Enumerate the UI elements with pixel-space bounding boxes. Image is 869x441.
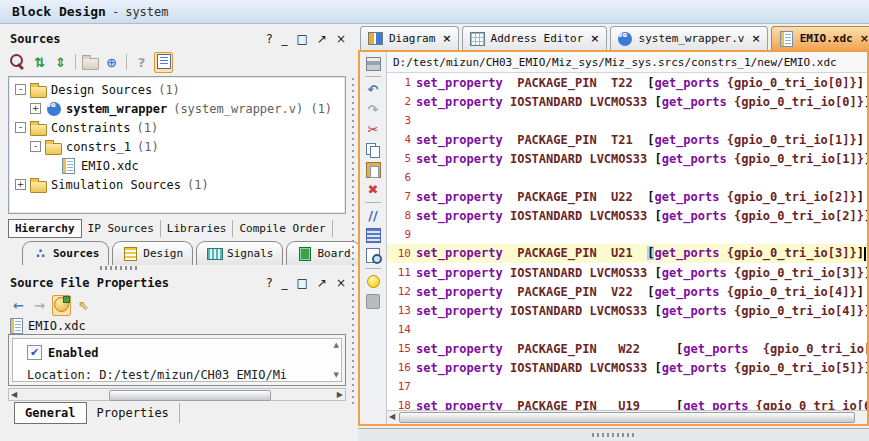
panel-tab-board[interactable]: Board: [286, 241, 360, 265]
paste-icon[interactable]: [365, 161, 382, 178]
tree-expander-icon[interactable]: +: [30, 103, 41, 114]
editor-tab-emio-xdc[interactable]: EMIO.xdc×: [771, 26, 869, 50]
panel-tab-design[interactable]: Design: [112, 241, 193, 265]
code-line[interactable]: 1set_property PACKAGE_PIN T22 [get_ports…: [387, 73, 867, 92]
copy-icon[interactable]: [365, 141, 382, 158]
properties-maximize-button[interactable]: □: [297, 277, 308, 289]
code-line[interactable]: 3: [387, 111, 867, 130]
code-line[interactable]: 7set_property PACKAGE_PIN U22 [get_ports…: [387, 187, 867, 206]
code-line[interactable]: 10set_property PACKAGE_PIN U21 [get_port…: [387, 244, 867, 263]
sources-maximize-button[interactable]: □: [297, 33, 308, 45]
edit-properties-button[interactable]: [52, 295, 71, 316]
close-icon[interactable]: ×: [590, 32, 599, 45]
code-line[interactable]: 9: [387, 225, 867, 244]
back-icon[interactable]: ←: [10, 297, 27, 314]
editor-tab-diagram[interactable]: Diagram×: [360, 26, 459, 50]
cut-icon[interactable]: ✂: [365, 121, 382, 138]
sources-help-button[interactable]: ?: [266, 33, 272, 45]
code-editor[interactable]: 1set_property PACKAGE_PIN T22 [get_ports…: [387, 73, 867, 410]
tree-expander-icon[interactable]: -: [30, 141, 41, 152]
undo-icon[interactable]: ↶: [365, 81, 382, 98]
code-line[interactable]: 15set_property PACKAGE_PIN W22 [get_port…: [387, 339, 867, 358]
forward-icon[interactable]: →: [31, 297, 48, 314]
properties-float-button[interactable]: ↗: [317, 277, 327, 289]
editor-tab-system-wrapper-v[interactable]: vesystem_wrapper.v×: [610, 26, 768, 50]
tree-expander-icon[interactable]: +: [15, 179, 26, 190]
properties-hscrollbar[interactable]: ◀ ▶: [8, 388, 346, 401]
lightbulb-icon[interactable]: [365, 273, 382, 290]
sources-close-button[interactable]: ×: [336, 33, 346, 45]
code-line[interactable]: 13set_property IOSTANDARD LVCMOS33 [get_…: [387, 301, 867, 320]
tree-item-emio-xdc[interactable]: EMIO.xdc: [9, 156, 345, 175]
close-icon[interactable]: ×: [860, 32, 869, 45]
find-replace-icon[interactable]: [365, 247, 382, 264]
replace-gray-icon[interactable]: [365, 293, 382, 310]
expand-all-icon[interactable]: ⇕: [52, 54, 69, 71]
scroll-thumb[interactable]: [399, 412, 855, 423]
tree-item-simulation-sources[interactable]: +Simulation Sources(1): [9, 175, 345, 194]
redo-icon[interactable]: ↷: [365, 101, 382, 118]
scroll-thumb[interactable]: [109, 390, 271, 401]
code-line[interactable]: 14: [387, 320, 867, 339]
properties-close-button[interactable]: ×: [336, 277, 346, 289]
scroll-left-icon[interactable]: ◀: [11, 390, 17, 400]
open-folder-icon[interactable]: [82, 54, 99, 71]
scroll-down-icon[interactable]: ▼: [334, 371, 339, 379]
scroll-left-icon[interactable]: ◀: [389, 412, 395, 422]
enabled-checkbox[interactable]: ✔: [27, 345, 42, 360]
code-line[interactable]: 11set_property IOSTANDARD LVCMOS33 [get_…: [387, 263, 867, 282]
view-tab-libraries[interactable]: Libraries: [161, 220, 234, 237]
collapse-all-icon[interactable]: ⇅: [31, 54, 48, 71]
comment-icon[interactable]: //: [365, 207, 382, 224]
view-tab-hierarchy[interactable]: Hierarchy: [8, 219, 82, 238]
code-line[interactable]: 17: [387, 377, 867, 396]
tree-item-constraints[interactable]: -Constraints(1): [9, 118, 345, 137]
close-icon[interactable]: ×: [442, 32, 451, 45]
sources-minimize-button[interactable]: _: [282, 33, 288, 45]
editor-tab-address-editor[interactable]: Address Editor×: [462, 26, 607, 50]
editor-hscrollbar[interactable]: ◀: [387, 410, 867, 424]
code-line[interactable]: 16set_property IOSTANDARD LVCMOS33 [get_…: [387, 358, 867, 377]
code-line[interactable]: 5set_property IOSTANDARD LVCMOS33 [get_p…: [387, 149, 867, 168]
code-line[interactable]: 2set_property IOSTANDARD LVCMOS33 [get_p…: [387, 92, 867, 111]
view-tab-ip-sources[interactable]: IP Sources: [82, 220, 161, 237]
scroll-to-icon[interactable]: [155, 53, 172, 70]
tree-item-system-wrapper[interactable]: +vesystem_wrapper(system_wrapper.v) (1): [9, 99, 345, 118]
tree-expander-icon[interactable]: -: [15, 84, 26, 95]
code-line[interactable]: 8set_property IOSTANDARD LVCMOS33 [get_p…: [387, 206, 867, 225]
panel-tab-sources[interactable]: ∴Sources: [22, 241, 109, 265]
properties-tab-general[interactable]: General: [14, 402, 87, 424]
bottom-splitter-handle[interactable]: [592, 433, 636, 437]
properties-tab-properties[interactable]: Properties: [87, 403, 180, 423]
help-icon[interactable]: ?: [133, 54, 150, 71]
pane-splitter[interactable]: [352, 78, 354, 408]
code-line[interactable]: 18set_property PACKAGE_PIN U19 [get_port…: [387, 396, 867, 410]
plain-token: [503, 246, 517, 260]
code-line[interactable]: 4set_property PACKAGE_PIN T21 [get_ports…: [387, 130, 867, 149]
select-cursor-icon[interactable]: ⇖: [75, 297, 92, 314]
tree-expander-icon[interactable]: -: [15, 122, 26, 133]
view-tab-compile-order[interactable]: Compile Order: [233, 220, 332, 237]
scroll-up-icon[interactable]: ▲: [334, 341, 339, 349]
panel-splitter-handle[interactable]: [100, 266, 140, 270]
argument-token: IOSTANDARD LVCMOS33: [510, 304, 647, 318]
board-view-glyph: [299, 247, 311, 261]
properties-minimize-button[interactable]: _: [282, 277, 288, 289]
format-indent-icon[interactable]: [365, 227, 382, 244]
code-line[interactable]: 6: [387, 168, 867, 187]
properties-help-button[interactable]: ?: [266, 277, 272, 289]
panel-tab-signals[interactable]: Signals: [196, 241, 283, 265]
close-icon[interactable]: ×: [751, 32, 760, 45]
sources-tree[interactable]: -Design Sources(1)+vesystem_wrapper(syst…: [8, 76, 346, 214]
scroll-right-icon[interactable]: ▶: [337, 390, 343, 400]
code-line[interactable]: 12set_property PACKAGE_PIN V22 [get_port…: [387, 282, 867, 301]
edit-properties-icon[interactable]: [53, 296, 70, 313]
save-icon[interactable]: [365, 55, 382, 72]
search-icon[interactable]: [10, 54, 27, 71]
delete-icon[interactable]: ✖: [365, 181, 382, 198]
add-sources-icon[interactable]: ⊕: [103, 54, 120, 71]
scroll-to-button[interactable]: [154, 52, 173, 73]
tree-item-constrs-1[interactable]: -constrs_1(1): [9, 137, 345, 156]
sources-float-button[interactable]: ↗: [317, 33, 327, 45]
tree-item-design-sources[interactable]: -Design Sources(1): [9, 80, 345, 99]
